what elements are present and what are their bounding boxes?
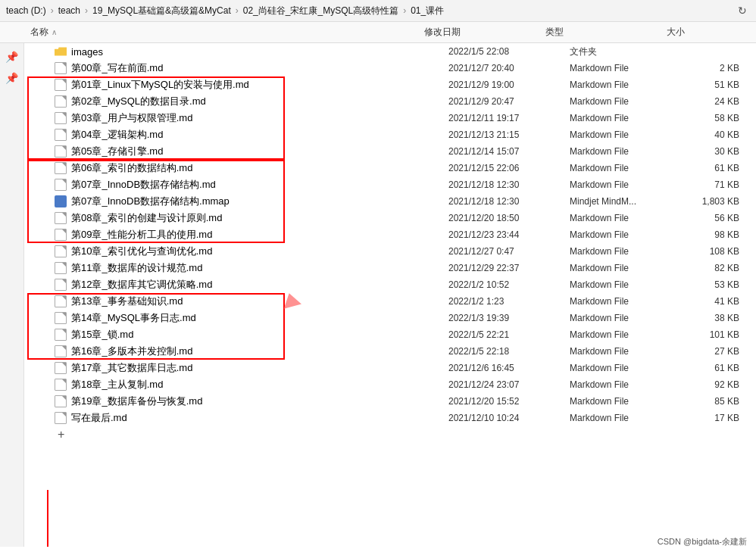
file-size: 53 KB [691,279,751,290]
file-type: Markdown File [570,246,691,257]
table-row[interactable]: 第02章_MySQL的数据目录.md 2021/12/9 20:47 Markd… [24,93,756,110]
file-name: 第12章_数据库其它调优策略.md [24,278,448,292]
file-size: 30 KB [691,146,751,157]
table-row[interactable]: 第07章_InnoDB数据存储结构.md 2021/12/18 12:30 Ma… [24,176,756,193]
md-icon [55,279,67,291]
col-header-date[interactable]: 修改日期 [424,26,545,39]
md-icon [55,179,67,191]
file-list[interactable]: images 2022/1/5 22:08 文件夹 第00章_写在前面.md 2… [24,43,756,547]
file-type: Markdown File [570,296,691,307]
file-size: 85 KB [691,396,751,407]
table-row[interactable]: 写在最后.md 2021/12/10 10:24 Markdown File 1… [24,410,756,426]
file-date: 2021/12/13 21:15 [448,129,570,140]
table-row[interactable]: 第09章_性能分析工具的使用.md 2021/12/23 23:44 Markd… [24,226,756,243]
file-date: 2022/1/5 22:08 [448,46,570,57]
table-row[interactable]: 第14章_MySQL事务日志.md 2022/1/3 19:39 Markdow… [24,310,756,326]
table-row[interactable]: 第04章_逻辑架构.md 2021/12/13 21:15 Markdown F… [24,126,756,143]
table-row[interactable]: 第19章_数据库备份与恢复.md 2021/12/20 15:52 Markdo… [24,393,756,410]
col-header-name[interactable]: 名称 ∧ [0,26,424,39]
file-type: Markdown File [570,113,691,123]
file-name: 第04章_逻辑架构.md [24,128,448,142]
breadcrumb-part-0[interactable]: teach (D:) [6,5,46,16]
file-name: 写在最后.md [24,411,448,425]
table-row[interactable]: 第03章_用户与权限管理.md 2021/12/11 19:17 Markdow… [24,110,756,126]
file-date: 2021/12/24 23:07 [448,379,570,390]
file-name-label: 第00章_写在前面.md [71,61,163,75]
file-name: 第08章_索引的创建与设计原则.md [24,211,448,225]
address-bar: teach (D:) › teach › 19_MySQL基础篇&高级篇&MyC… [0,0,756,22]
md-icon [55,162,67,174]
table-row[interactable]: 第18章_主从复制.md 2021/12/24 23:07 Markdown F… [24,376,756,393]
file-name-label: 第12章_数据库其它调优策略.md [71,278,212,292]
table-row[interactable]: 第17章_其它数据库日志.md 2021/12/6 16:45 Markdown… [24,360,756,376]
file-size: 61 KB [691,363,751,373]
table-row[interactable]: 第07章_InnoDB数据存储结构.mmap 2021/12/18 12:30 … [24,193,756,210]
file-date: 2021/12/23 23:44 [448,229,570,240]
file-name-label: 第07章_InnoDB数据存储结构.mmap [71,195,230,208]
file-name: 第06章_索引的数据结构.md [24,161,448,175]
md-icon [55,95,67,108]
file-type: Markdown File [570,129,691,140]
md-icon [55,312,67,324]
table-row[interactable]: 第06章_索引的数据结构.md 2021/12/15 22:06 Markdow… [24,160,756,176]
file-name: 第05章_存储引擎.md [24,145,448,158]
file-size: 41 KB [691,296,751,307]
file-type: Markdown File [570,163,691,173]
table-row[interactable]: 第05章_存储引擎.md 2021/12/14 15:07 Markdown F… [24,143,756,160]
file-name-label: 第13章_事务基础知识.md [71,295,183,308]
md-icon [55,329,67,341]
file-size: 27 KB [691,346,751,357]
breadcrumb-part-4[interactable]: 01_课件 [411,5,444,17]
file-name-label: images [71,46,103,58]
md-icon [55,245,67,257]
file-date: 2021/12/10 10:24 [448,413,570,423]
table-row[interactable]: 第10章_索引优化与查询优化.md 2021/12/27 0:47 Markdo… [24,243,756,260]
file-size: 2 KB [691,63,751,73]
breadcrumb-part-3[interactable]: 02_尚硅谷_宋红康_MySQL高级特性篇 [243,5,398,17]
file-type: Markdown File [570,146,691,157]
md-icon [55,395,67,407]
table-row[interactable]: 第16章_多版本并发控制.md 2022/1/5 22:18 Markdown … [24,343,756,360]
content-area: images 2022/1/5 22:08 文件夹 第00章_写在前面.md 2… [24,43,756,547]
file-date: 2021/12/11 19:17 [448,113,570,123]
md-icon [55,362,67,374]
file-date: 2021/12/20 18:50 [448,213,570,223]
table-row[interactable]: 第01章_Linux下MySQL的安装与使用.md 2021/12/9 19:0… [24,76,756,93]
file-size: 51 KB [691,80,751,90]
file-date: 2022/1/2 10:52 [448,279,570,290]
sidebar: 📌 📌 [0,43,24,547]
table-row[interactable]: images 2022/1/5 22:08 文件夹 [24,43,756,60]
table-row[interactable]: 第08章_索引的创建与设计原则.md 2021/12/20 18:50 Mark… [24,210,756,226]
file-name-label: 第05章_存储引擎.md [71,145,163,158]
file-date: 2021/12/9 19:00 [448,80,570,90]
file-type: Markdown File [570,80,691,90]
md-icon [55,262,67,274]
table-row[interactable]: 第13章_事务基础知识.md 2022/1/2 1:23 Markdown Fi… [24,293,756,310]
pin2-icon[interactable]: 📌 [5,70,20,86]
pin-icon[interactable]: 📌 [5,49,20,64]
md-icon [55,212,67,224]
file-date: 2021/12/14 15:07 [448,146,570,157]
file-size: 71 KB [691,179,751,190]
col-header-size[interactable]: 大小 [667,26,727,39]
breadcrumb-part-1[interactable]: teach [58,5,80,16]
file-date: 2022/1/5 22:21 [448,329,570,340]
col-header-type[interactable]: 类型 [545,26,667,39]
file-type: Markdown File [570,229,691,240]
table-row[interactable]: 第12章_数据库其它调优策略.md 2022/1/2 10:52 Markdow… [24,276,756,293]
file-date: 2021/12/29 22:37 [448,263,570,273]
table-row[interactable]: 第00章_写在前面.md 2021/12/7 20:40 Markdown Fi… [24,60,756,76]
file-size: 24 KB [691,96,751,107]
add-button[interactable]: + [24,426,756,443]
table-row[interactable]: 第15章_锁.md 2022/1/5 22:21 Markdown File 1… [24,326,756,343]
table-row[interactable]: 第11章_数据库的设计规范.md 2021/12/29 22:37 Markdo… [24,260,756,276]
refresh-button[interactable]: ↻ [735,3,750,18]
file-name: 第00章_写在前面.md [24,61,448,75]
file-type: Markdown File [570,263,691,273]
main-layout: 📌 📌 images 2022/1/5 22:08 文件夹 第00章_写在前面.… [0,43,756,547]
file-date: 2021/12/7 20:40 [448,63,570,73]
file-name: 第15章_锁.md [24,328,448,342]
breadcrumb-part-2[interactable]: 19_MySQL基础篇&高级篇&MyCat [92,5,231,17]
file-type: Markdown File [570,329,691,340]
file-name-label: 第17章_其它数据库日志.md [71,361,192,375]
